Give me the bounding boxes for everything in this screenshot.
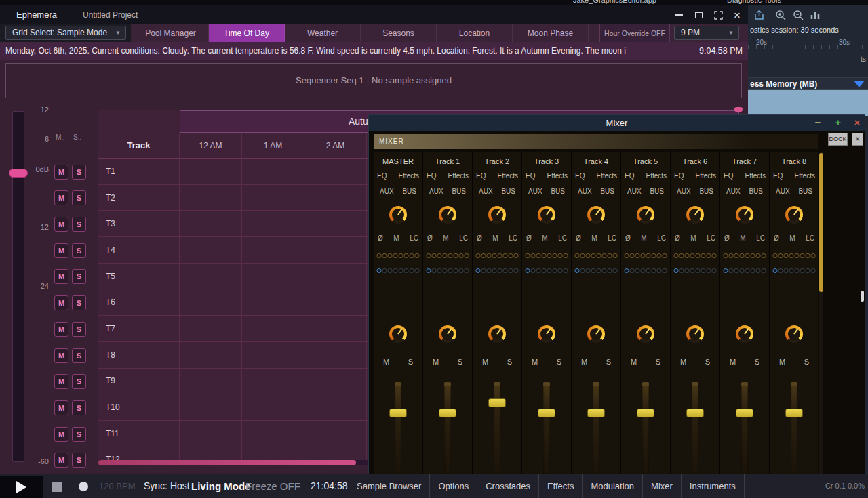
lowcut-button[interactable]: LC: [707, 234, 715, 242]
memory-section-header[interactable]: ess Memory (MB): [748, 78, 868, 90]
solo-button[interactable]: S: [72, 348, 86, 363]
gain-knob[interactable]: [736, 325, 753, 343]
phase-button[interactable]: Ø: [477, 234, 482, 242]
grid-select-dropdown[interactable]: Grid Select: Sample Mode ▼: [5, 26, 126, 40]
mixer-add-button[interactable]: +: [831, 115, 845, 130]
effects-button[interactable]: Effects: [547, 172, 568, 180]
grid-cell[interactable]: [304, 185, 367, 211]
mixer-minimize-button[interactable]: −: [811, 115, 825, 130]
phase-button[interactable]: Ø: [526, 234, 532, 242]
tab-seasons[interactable]: Seasons: [361, 24, 437, 42]
mute-button[interactable]: M: [54, 243, 68, 258]
bus-button[interactable]: BUS: [650, 188, 664, 195]
solo-button[interactable]: S: [72, 217, 86, 232]
pan-knob[interactable]: [686, 206, 704, 224]
tab-pool-manager[interactable]: Pool Manager: [133, 24, 209, 42]
grid-cell[interactable]: [242, 237, 304, 264]
export-icon[interactable]: [754, 9, 766, 23]
mute-button[interactable]: M: [383, 358, 389, 366]
pan-knob[interactable]: [736, 206, 753, 224]
fader-track[interactable]: [395, 382, 401, 474]
freeze-toggle[interactable]: Freeze OFF: [245, 474, 300, 498]
grid-cell[interactable]: [242, 159, 304, 185]
lowcut-button[interactable]: LC: [509, 234, 517, 242]
hour-override-toggle[interactable]: Hour Override OFF: [599, 24, 670, 42]
aux-button[interactable]: AUX: [528, 188, 542, 195]
solo-button[interactable]: S: [72, 427, 86, 442]
gain-knob[interactable]: [488, 325, 506, 343]
bar-chart-icon[interactable]: [810, 9, 821, 23]
maximize-button[interactable]: [692, 8, 705, 22]
mute-button[interactable]: M: [54, 217, 68, 232]
gain-knob[interactable]: [686, 325, 704, 343]
grid-cell[interactable]: [242, 264, 304, 290]
grid-cell[interactable]: [304, 289, 367, 316]
bus-button[interactable]: BUS: [551, 188, 565, 195]
grid-cell[interactable]: [180, 316, 242, 342]
play-button[interactable]: [0, 476, 43, 498]
bottom-tab-crossfades[interactable]: Crossfades: [477, 474, 539, 498]
lowcut-button[interactable]: LC: [806, 234, 814, 242]
grid-cell[interactable]: [304, 394, 367, 421]
fader-handle[interactable]: [686, 409, 704, 417]
grid-cell[interactable]: [242, 289, 304, 316]
mono-button[interactable]: M: [641, 234, 646, 242]
gain-knob[interactable]: [587, 325, 605, 343]
eq-button[interactable]: EQ: [377, 172, 387, 180]
grid-cell[interactable]: [304, 159, 367, 185]
solo-button[interactable]: S: [656, 358, 660, 366]
mute-button[interactable]: M: [631, 358, 637, 366]
gain-knob[interactable]: [785, 325, 803, 343]
bus-button[interactable]: BUS: [798, 188, 812, 195]
grid-cell[interactable]: [180, 185, 242, 211]
fader-handle[interactable]: [488, 398, 506, 407]
grid-cell[interactable]: [304, 369, 367, 395]
aux-button[interactable]: AUX: [677, 188, 691, 195]
lowcut-button[interactable]: LC: [756, 234, 765, 242]
mute-button[interactable]: M: [680, 358, 686, 366]
tab-location[interactable]: Location: [437, 24, 513, 42]
mute-button[interactable]: M: [532, 358, 538, 366]
mute-button[interactable]: M: [433, 358, 439, 366]
fader-handle[interactable]: [785, 409, 803, 417]
mono-button[interactable]: M: [492, 234, 498, 242]
solo-button[interactable]: S: [72, 190, 86, 205]
record-button[interactable]: [79, 482, 88, 491]
phase-button[interactable]: Ø: [675, 234, 680, 242]
solo-button[interactable]: S: [72, 374, 86, 389]
phase-button[interactable]: Ø: [378, 234, 383, 242]
bottom-tab-effects[interactable]: Effects: [539, 474, 583, 498]
grid-cell[interactable]: [180, 289, 242, 316]
effects-button[interactable]: Effects: [795, 172, 815, 180]
pan-knob[interactable]: [637, 206, 654, 224]
tab-moon-phase[interactable]: Moon Phase: [513, 24, 589, 42]
collapse-triangle-icon[interactable]: [854, 81, 865, 87]
effects-button[interactable]: Effects: [646, 172, 667, 180]
aux-button[interactable]: AUX: [380, 188, 394, 195]
grid-cell[interactable]: [180, 342, 242, 369]
bottom-tab-instruments[interactable]: Instruments: [682, 474, 745, 498]
solo-button[interactable]: S: [72, 165, 86, 180]
solo-button[interactable]: S: [408, 358, 413, 366]
fader-track[interactable]: [494, 382, 500, 474]
grid-cell[interactable]: [304, 237, 367, 264]
mute-button[interactable]: M: [581, 358, 587, 366]
solo-button[interactable]: S: [72, 269, 86, 284]
pan-knob[interactable]: [488, 206, 506, 224]
fader-track[interactable]: [791, 382, 797, 474]
tab-time-of-day[interactable]: Time Of Day: [209, 24, 285, 42]
solo-button[interactable]: S: [72, 322, 86, 337]
zoom-in-icon[interactable]: [775, 9, 787, 24]
eq-button[interactable]: EQ: [526, 172, 535, 180]
fader-handle[interactable]: [389, 409, 407, 417]
mute-button[interactable]: M: [54, 374, 68, 389]
eq-button[interactable]: EQ: [773, 172, 783, 180]
eq-button[interactable]: EQ: [476, 172, 486, 180]
solo-button[interactable]: S: [72, 295, 86, 310]
grid-cell[interactable]: [304, 316, 367, 342]
fader-handle[interactable]: [637, 409, 654, 417]
master-volume-slider-track[interactable]: [12, 111, 24, 462]
gain-knob[interactable]: [637, 325, 654, 343]
aux-button[interactable]: AUX: [479, 188, 493, 195]
living-mode-toggle[interactable]: Living Mode: [191, 474, 251, 498]
